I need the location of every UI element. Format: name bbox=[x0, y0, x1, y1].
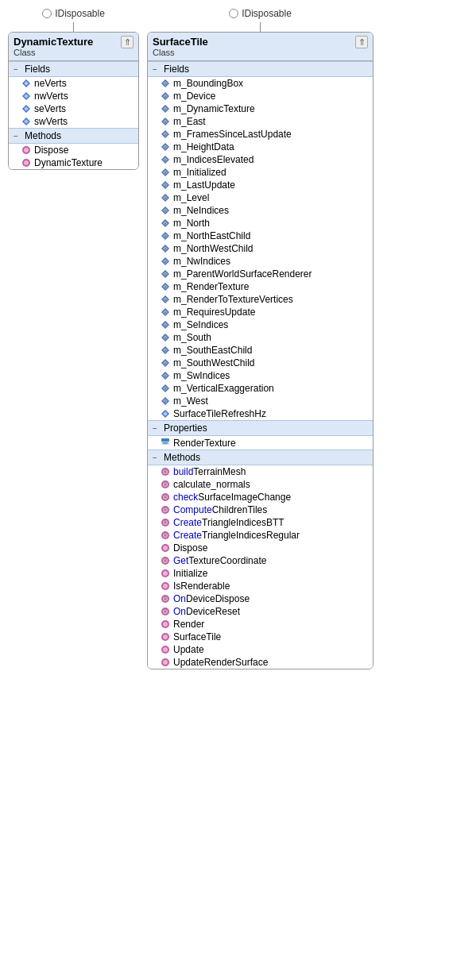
field-icon bbox=[161, 193, 170, 203]
surface-tile-type: Class bbox=[153, 48, 208, 57]
list-item: m_BoundingBox bbox=[148, 77, 373, 90]
list-item: m_VerticalExaggeration bbox=[148, 382, 373, 395]
list-item: m_North bbox=[148, 217, 373, 230]
list-item: buildTerrainMesh bbox=[148, 465, 373, 478]
member-label: calculate_normals bbox=[173, 479, 250, 490]
svg-rect-14 bbox=[165, 83, 167, 86]
svg-rect-80 bbox=[165, 363, 167, 365]
member-label: m_VerticalExaggeration bbox=[173, 383, 274, 394]
field-icon bbox=[161, 79, 170, 88]
fields-label-left: Fields bbox=[25, 64, 50, 75]
method-icon bbox=[161, 480, 170, 489]
member-label: OnDeviceDispose bbox=[173, 593, 250, 604]
svg-rect-59 bbox=[165, 274, 167, 276]
dynamic-texture-header: DynamicTexture Class ⇑ bbox=[9, 33, 138, 61]
surface-tile-header: SurfaceTile Class ⇑ bbox=[148, 33, 373, 61]
member-label: RenderTexture bbox=[173, 438, 236, 449]
list-item: nwVerts bbox=[9, 90, 138, 102]
list-item: neVerts bbox=[9, 77, 138, 90]
fields-label-right: Fields bbox=[164, 64, 189, 75]
list-item: swVerts bbox=[9, 115, 138, 128]
svg-rect-35 bbox=[165, 172, 167, 175]
svg-point-11 bbox=[24, 160, 29, 165]
methods-label-right: Methods bbox=[164, 452, 200, 463]
svg-rect-109 bbox=[165, 522, 167, 523]
member-label: m_IndicesElevated bbox=[173, 154, 254, 165]
svg-rect-74 bbox=[165, 338, 167, 340]
svg-rect-26 bbox=[165, 134, 167, 137]
member-label: GetTextureCoordinate bbox=[173, 555, 266, 566]
method-icon bbox=[161, 607, 170, 616]
list-item: Initialize bbox=[148, 567, 373, 580]
dynamic-texture-expand[interactable]: ⇑ bbox=[121, 36, 134, 48]
method-icon bbox=[161, 505, 170, 515]
method-icon bbox=[161, 645, 170, 654]
property-icon bbox=[161, 437, 170, 449]
member-label: m_RequiresUpdate bbox=[173, 307, 255, 318]
member-label: m_SouthWestChild bbox=[173, 357, 255, 368]
field-icon bbox=[161, 257, 170, 266]
field-icon bbox=[21, 117, 31, 126]
svg-point-131 bbox=[163, 635, 168, 639]
member-label: DynamicTexture bbox=[34, 157, 103, 168]
member-label: m_ParentWorldSurfaceRenderer bbox=[173, 268, 312, 280]
method-icon bbox=[161, 619, 170, 629]
list-item: IsRenderable bbox=[148, 580, 373, 592]
field-icon bbox=[161, 218, 170, 228]
field-icon bbox=[161, 396, 170, 406]
list-item: m_FramesSinceLastUpdate bbox=[148, 128, 373, 141]
member-label: m_NorthWestChild bbox=[173, 243, 253, 254]
member-label: checkSurfaceImageChange bbox=[173, 492, 291, 503]
list-item: Update bbox=[148, 643, 373, 656]
svg-point-135 bbox=[163, 660, 168, 665]
svg-rect-77 bbox=[165, 350, 167, 353]
list-item: OnDeviceDispose bbox=[148, 592, 373, 605]
field-icon bbox=[161, 269, 170, 279]
member-label: m_West bbox=[173, 395, 208, 407]
list-item: SurfaceTileRefreshHz bbox=[148, 407, 373, 420]
svg-point-9 bbox=[24, 148, 29, 152]
member-label: SurfaceTile bbox=[173, 631, 221, 642]
dynamic-texture-type: Class bbox=[14, 48, 93, 57]
svg-rect-103 bbox=[165, 496, 167, 498]
methods-toggle-left: − bbox=[14, 132, 21, 141]
svg-rect-62 bbox=[165, 287, 167, 289]
member-label: SurfaceTileRefreshHz bbox=[173, 408, 266, 419]
field-icon bbox=[161, 333, 170, 342]
surface-tile-fields-header: − Fields bbox=[148, 61, 373, 77]
method-icon bbox=[161, 556, 170, 565]
svg-rect-56 bbox=[165, 261, 167, 264]
member-label: UpdateRenderSurface bbox=[173, 657, 268, 668]
member-label: m_SeIndices bbox=[173, 319, 228, 330]
field-icon bbox=[161, 358, 170, 368]
surface-tile-expand[interactable]: ⇑ bbox=[355, 36, 368, 48]
list-item: m_ParentWorldSurfaceRenderer bbox=[148, 268, 373, 280]
svg-rect-47 bbox=[165, 223, 167, 226]
method-icon bbox=[161, 543, 170, 553]
member-label: m_DynamicTexture bbox=[173, 103, 255, 114]
list-item: m_RenderToTextureVertices bbox=[148, 293, 373, 306]
member-label: Initialize bbox=[173, 568, 207, 579]
methods-toggle-right: − bbox=[153, 453, 161, 462]
field-icon bbox=[21, 91, 31, 101]
svg-point-119 bbox=[163, 571, 168, 576]
list-item: m_RenderTexture bbox=[148, 280, 373, 293]
surface-tile-fields: m_BoundingBox m_Device m_DynamicTexture … bbox=[148, 77, 373, 420]
list-item: m_DynamicTexture bbox=[148, 102, 373, 115]
member-label: m_HeightData bbox=[173, 141, 234, 152]
list-item: UpdateRenderSurface bbox=[148, 656, 373, 669]
properties-label-right: Properties bbox=[164, 422, 207, 434]
method-icon bbox=[161, 594, 170, 604]
connector-right bbox=[260, 22, 261, 32]
field-icon bbox=[161, 180, 170, 190]
list-item: seVerts bbox=[9, 102, 138, 115]
field-icon bbox=[161, 129, 170, 139]
method-icon bbox=[161, 581, 170, 591]
svg-rect-23 bbox=[165, 122, 167, 124]
member-label: CreateTriangleIndicesBTT bbox=[173, 517, 284, 528]
dynamic-texture-box: DynamicTexture Class ⇑ − Fields neVerts … bbox=[8, 32, 139, 170]
member-label: m_SwIndices bbox=[173, 370, 230, 381]
dynamic-texture-fields-header: − Fields bbox=[9, 61, 138, 77]
field-icon bbox=[21, 79, 31, 88]
fields-toggle-left: − bbox=[14, 65, 21, 74]
